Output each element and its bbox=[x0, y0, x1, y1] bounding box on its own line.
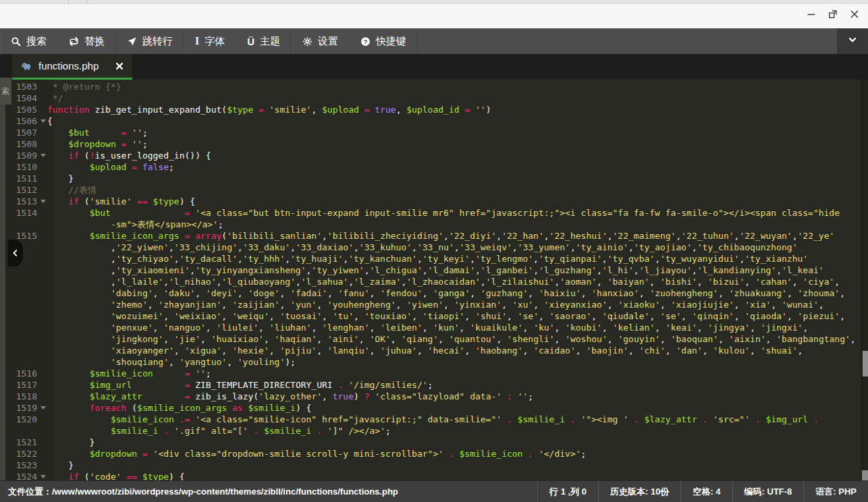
code-token bbox=[253, 105, 259, 115]
code-line[interactable]: $but = '<a class="but btn-input-expand i… bbox=[47, 207, 860, 219]
toolbar-button-font[interactable]: I字体 bbox=[184, 28, 236, 54]
fold-arrow-icon bbox=[40, 406, 46, 410]
code-token: 'ku' bbox=[533, 323, 554, 333]
code-line[interactable]: $dropdown = '<div class="dropdown-smilie… bbox=[47, 448, 860, 459]
code-token bbox=[470, 105, 475, 115]
titlebar-top-strip bbox=[0, 0, 868, 4]
code-row: 1515 $smilie_icon_args = array('bilibili… bbox=[0, 230, 860, 242]
code-token bbox=[142, 391, 185, 401]
code-token: , bbox=[221, 300, 232, 310]
code-line[interactable]: if ('code' == $type) { bbox=[47, 471, 860, 480]
code-token: 'weiqu' bbox=[232, 311, 269, 321]
code-area[interactable]: 1503 * @return {*}1504 */1505function zi… bbox=[0, 81, 860, 480]
code-token bbox=[47, 403, 90, 413]
code-token: $img_url bbox=[90, 380, 132, 390]
code-token bbox=[111, 208, 185, 218]
code-token: ; bbox=[206, 368, 211, 379]
code-line[interactable]: $dropdown = ''; bbox=[47, 138, 860, 150]
code-line[interactable]: 'wozuimei', 'weixiao', 'weiqu', 'tuosai'… bbox=[47, 310, 860, 322]
code-line[interactable]: if (!is_user_logged_in()) { bbox=[47, 150, 860, 161]
fold-toggle[interactable] bbox=[39, 196, 47, 207]
code-token: , bbox=[697, 277, 708, 287]
code-token: 'fanu' bbox=[338, 288, 370, 298]
code-token bbox=[190, 208, 195, 218]
code-token: 'qinqin' bbox=[692, 311, 734, 321]
toolbar-spacer bbox=[418, 28, 837, 54]
code-token: , bbox=[649, 277, 660, 287]
toolbar-button-goto[interactable]: 跳转行 bbox=[116, 28, 184, 54]
code-token: , bbox=[47, 254, 116, 264]
code-line[interactable]: if ('smilie' == $type) { bbox=[47, 196, 860, 207]
code-token: , bbox=[501, 300, 512, 310]
sidebar-expand-handle[interactable] bbox=[8, 240, 23, 267]
fold-toggle[interactable] bbox=[39, 402, 47, 414]
code-line[interactable]: $upload = false; bbox=[47, 161, 860, 173]
code-token: 'hanxiao' bbox=[591, 288, 639, 298]
code-token: 'ty_chibaoqunzhong' bbox=[697, 242, 798, 252]
code-line[interactable]: */ bbox=[47, 92, 860, 104]
toolbar-overflow-button[interactable] bbox=[837, 28, 868, 54]
code-token bbox=[259, 426, 264, 436]
code-line[interactable]: function zib_get_input_expand_but($type … bbox=[47, 104, 860, 115]
code-line[interactable]: foreach ($smilie_icon_args as $smilie_i)… bbox=[47, 402, 860, 414]
toolbar-button-settings[interactable]: 设置 bbox=[292, 28, 350, 54]
minimize-icon[interactable] bbox=[806, 9, 817, 20]
code-line[interactable]: -sm">表情</span></a>'; bbox=[47, 219, 860, 230]
scrollbar-thumb[interactable] bbox=[863, 351, 868, 376]
code-line[interactable]: } bbox=[47, 173, 860, 184]
code-token bbox=[322, 426, 327, 436]
toolbar-button-search[interactable]: 搜索 bbox=[0, 28, 58, 54]
fold-toggle[interactable] bbox=[39, 150, 47, 161]
code-line[interactable]: 'penxue', 'nanguo', 'liulei', 'liuhan', … bbox=[47, 322, 860, 333]
code-token: , bbox=[148, 300, 159, 310]
code-token: , bbox=[692, 265, 697, 275]
code-token: 'zhayanjian' bbox=[158, 300, 221, 310]
code-line[interactable]: } bbox=[47, 437, 860, 448]
code-line[interactable]: $but = ''; bbox=[47, 127, 860, 138]
toolbar-button-hotkeys[interactable]: ?快捷键 bbox=[350, 28, 418, 54]
code-line[interactable]: $smilie_icon = ''; bbox=[47, 368, 860, 379]
code-token: , bbox=[744, 277, 755, 287]
code-line[interactable]: { bbox=[47, 115, 860, 127]
code-line[interactable]: //表情 bbox=[47, 184, 860, 196]
code-line[interactable]: 'zhemo', 'zhayanjian', 'zaijian', 'yun',… bbox=[47, 299, 860, 310]
fold-toggle[interactable] bbox=[39, 115, 47, 127]
code-line[interactable]: $smilie_icon_args = array('bilibili_sanl… bbox=[47, 230, 860, 242]
vertical-scrollbar[interactable] bbox=[861, 80, 868, 480]
hotkeys-icon: ? bbox=[360, 36, 371, 47]
sidebar-collapsed-tab[interactable]: 索 bbox=[0, 78, 11, 105]
fold-gutter bbox=[39, 264, 47, 276]
code-token: , bbox=[317, 300, 327, 310]
toolbar-button-replace[interactable]: 替换 bbox=[58, 28, 116, 54]
code-line[interactable]: ,'ty_xiaomieni','ty_yinyangxiansheng','t… bbox=[47, 264, 860, 276]
code-editor[interactable]: 1503 * @return {*}1504 */1505function zi… bbox=[0, 80, 868, 480]
toolbar-button-theme[interactable]: Ü主题 bbox=[236, 28, 292, 54]
toolbar-button-label: 快捷键 bbox=[376, 35, 406, 48]
code-token bbox=[148, 196, 153, 206]
code-line[interactable]: ,'22_yiwen','33_chijing','33_daku','33_d… bbox=[47, 242, 860, 253]
code-line[interactable]: * @return {*} bbox=[47, 81, 860, 92]
code-line[interactable]: $smilie_icon .= '<a class="smilie-icon" … bbox=[47, 414, 860, 425]
code-line[interactable]: $smilie_i . '.gif" alt="[' . $smilie_i .… bbox=[47, 425, 860, 437]
code-token: 'ciya' bbox=[803, 277, 834, 287]
code-token bbox=[137, 162, 142, 172]
code-token bbox=[47, 162, 90, 172]
code-token bbox=[47, 288, 111, 298]
code-token bbox=[47, 357, 111, 367]
code-row: 'dabing', 'daku', 'deyi', 'doge', 'fadai… bbox=[0, 287, 860, 299]
code-line[interactable]: 'jingkong', 'jie', 'huaixiao', 'haqian',… bbox=[47, 333, 860, 345]
code-line[interactable]: ,'l_laile','l_nihao','l_qiubaoyang','l_s… bbox=[47, 276, 860, 287]
restore-icon[interactable] bbox=[828, 9, 838, 20]
code-line[interactable]: ,'ty_chiyao','ty_dacall','ty_hhh','ty_hu… bbox=[47, 253, 860, 264]
fold-toggle[interactable] bbox=[39, 471, 47, 480]
tab-close-icon[interactable] bbox=[115, 61, 124, 71]
code-line[interactable]: 'xiaoyanger', 'xigua', 'hexie', 'pijiu',… bbox=[47, 345, 860, 356]
code-token: 'se' bbox=[660, 311, 681, 321]
close-icon[interactable] bbox=[849, 9, 860, 20]
code-line[interactable]: 'dabing', 'daku', 'deyi', 'doge', 'fadai… bbox=[47, 287, 860, 299]
code-line[interactable]: $lazy_attr = zib_is_lazy('lazy_other', t… bbox=[47, 391, 860, 402]
code-line[interactable]: 'shouqiang', 'yangtuo', 'youling'); bbox=[47, 356, 860, 368]
code-line[interactable]: } bbox=[47, 459, 860, 471]
tab-functions-php[interactable]: functions.php bbox=[12, 54, 132, 80]
code-line[interactable]: $img_url = ZIB_TEMPLATE_DIRECTORY_URI . … bbox=[47, 379, 860, 391]
